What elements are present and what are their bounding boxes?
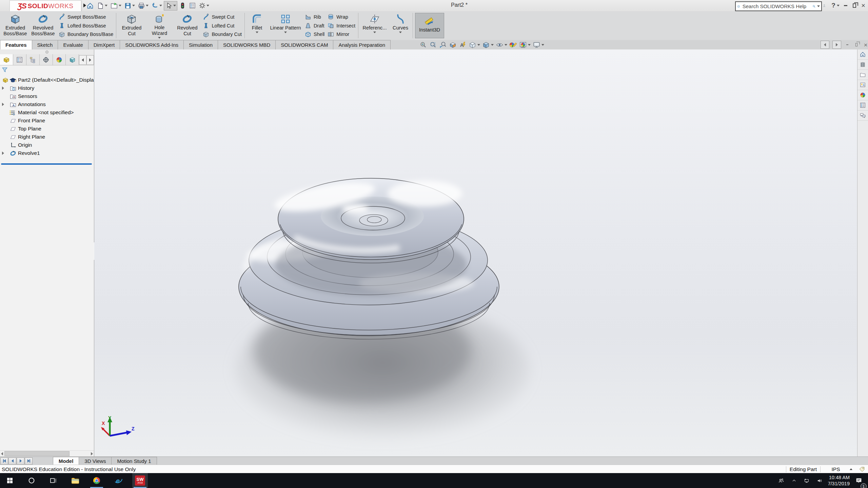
print-dropdown-icon[interactable] [146,5,149,6]
swept-cut-button[interactable]: Swept Cut [202,13,242,21]
previous-tab-button[interactable] [8,458,16,465]
expand-arrow-icon[interactable] [2,86,4,90]
fillet-dropdown-icon[interactable] [256,32,258,33]
expand-arrow-icon[interactable] [2,151,4,155]
lofted-cut-button[interactable]: Lofted Cut [202,22,242,30]
tab-solidworks-cam[interactable]: SOLIDWORKS CAM [275,40,333,49]
new-dropdown-icon[interactable] [105,5,107,6]
mirror-button[interactable]: Mirror [327,30,355,38]
help-button[interactable]: ? [830,2,841,9]
options-button[interactable] [198,1,210,11]
document-minimize-button[interactable] [844,41,850,48]
tab-simulation[interactable]: Simulation [183,40,218,49]
cam-feature-tree-tab[interactable] [66,54,79,65]
minimize-button[interactable] [842,2,849,9]
previous-document-button[interactable] [821,41,829,49]
save-dropdown-icon[interactable] [132,5,135,6]
linear-pattern-dropdown-icon[interactable] [284,32,287,33]
3d-views-tab[interactable]: 3D Views [79,457,112,465]
select-button[interactable] [164,1,177,11]
section-view-button[interactable] [449,41,457,49]
taskpane-view-palette-button[interactable] [857,80,868,90]
linear-pattern-button[interactable]: Linear Pattern [268,12,303,39]
tree-item-material[interactable]: Material <not specified> [0,108,94,117]
rollback-bar[interactable] [1,163,92,165]
tab-solidworks-mbd[interactable]: SOLIDWORKS MBD [218,40,276,49]
tree-root-part[interactable]: Part2 (Default<<Default>_Displa [0,76,94,84]
extruded-boss-base-button[interactable]: Extruded Boss/Base [1,12,29,39]
home-button[interactable] [85,1,95,11]
taskpane-appearances-button[interactable] [857,90,868,100]
chrome-button[interactable] [89,473,104,488]
search-input[interactable] [742,3,811,9]
swept-boss-base-button[interactable]: Swept Boss/Base [58,13,113,21]
apply-scene-dropdown-icon[interactable] [528,44,531,46]
wrap-button[interactable]: Wrap [327,13,355,21]
tag-icon[interactable] [859,466,865,473]
view-settings-dropdown-icon[interactable] [541,44,544,46]
tree-item-right-plane[interactable]: Right Plane [0,133,94,141]
solidworks-taskbar-button[interactable]: SW 2018 [132,473,148,488]
view-settings-button[interactable] [533,41,544,49]
taskpane-home-button[interactable] [857,49,868,60]
file-explorer-button[interactable] [67,473,83,488]
login-button[interactable] [821,2,828,9]
view-orientation-dropdown-icon[interactable] [477,44,480,46]
help-dropdown-icon[interactable] [837,5,840,6]
display-style-button[interactable] [482,41,494,49]
tab-sketch[interactable]: Sketch [32,40,58,49]
scroll-left-icon[interactable] [1,452,3,455]
model-tab[interactable]: Model [53,457,79,465]
hide-show-items-button[interactable] [496,41,507,49]
last-tab-button[interactable] [25,458,33,465]
unit-system-label[interactable]: IPS [824,466,848,472]
revolved-boss-base-button[interactable]: Revolved Boss/Base [29,12,57,39]
configurationmanager-tab[interactable] [26,54,40,65]
curves-dropdown-icon[interactable] [399,32,402,33]
tree-item-front-plane[interactable]: Front Plane [0,117,94,125]
scroll-right-icon[interactable] [91,452,93,455]
rib-button[interactable]: Rib [304,13,324,21]
new-document-button[interactable] [96,1,108,11]
rebuild-button[interactable] [178,1,187,11]
taskpane-forum-button[interactable] [857,110,868,121]
unit-system-dropdown-icon[interactable] [850,468,852,470]
next-document-button[interactable] [832,41,841,49]
tab-dimxpert[interactable]: DimXpert [88,40,120,49]
lofted-boss-base-button[interactable]: Lofted Boss/Base [58,22,113,30]
curves-button[interactable]: Curves [390,12,411,39]
tab-features[interactable]: Features [0,40,32,49]
instant3d-button[interactable]: Instant3D [415,13,444,38]
search-dropdown-icon[interactable] [817,5,820,7]
hole-wizard-dropdown-icon[interactable] [158,37,161,39]
open-button[interactable] [109,1,122,11]
save-button[interactable] [123,1,136,11]
options-dropdown-icon[interactable] [206,5,209,6]
tree-item-sensors[interactable]: Sensors [0,92,94,100]
featuremanager-design-tree-tab[interactable] [0,54,13,65]
propertymanager-tab[interactable] [13,54,26,65]
print-button[interactable] [137,1,150,11]
taskbar-clock[interactable]: 10:48 AM 7/31/2019 [828,474,850,487]
document-restore-button[interactable] [853,41,860,48]
open-dropdown-icon[interactable] [119,5,121,6]
manager-tabs-scroll-right[interactable] [86,55,94,65]
task-view-button[interactable] [45,473,61,488]
file-properties-button[interactable] [188,1,197,11]
action-center-button[interactable]: 1 [853,473,865,488]
extruded-cut-button[interactable]: Extruded Cut [118,12,145,39]
dynamic-annotation-views-button[interactable] [459,41,467,49]
hidden-icons-button[interactable] [790,473,798,488]
tree-item-history[interactable]: History [0,84,94,92]
dimxpertmanager-tab[interactable] [40,54,53,65]
motion-study-tab[interactable]: Motion Study 1 [111,457,157,465]
taskpane-design-library-button[interactable] [857,60,868,70]
fillet-button[interactable]: Fillet [246,12,268,39]
manager-tabs-scroll-left[interactable] [79,55,86,65]
solidworks-logo[interactable]: ƷS SOLID WORKS [9,0,81,12]
tab-solidworks-add-ins[interactable]: SOLIDWORKS Add-Ins [120,40,184,49]
zoom-to-fit-button[interactable] [419,41,427,49]
volume-tray-icon[interactable] [815,473,824,488]
hide-show-dropdown-icon[interactable] [505,44,507,46]
edit-appearance-button[interactable] [509,41,517,49]
